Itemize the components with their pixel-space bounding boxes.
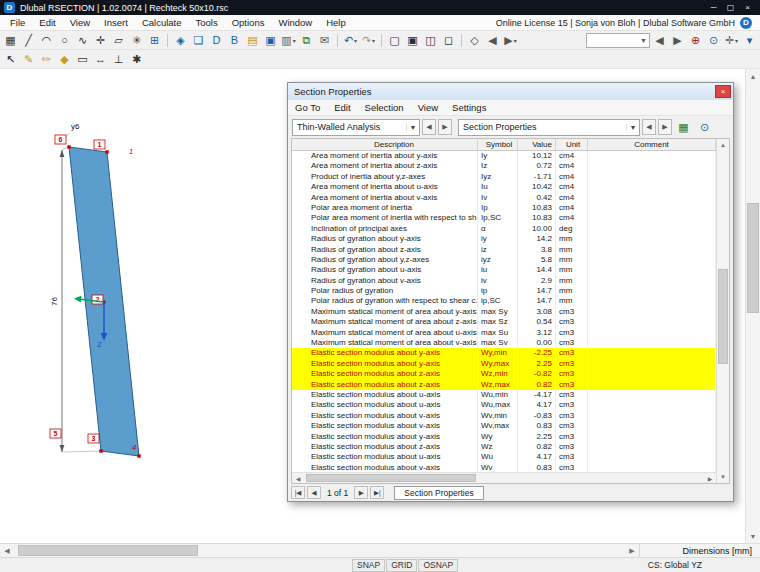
next-page-icon[interactable]: ▶	[354, 486, 368, 499]
axes-tool-icon[interactable]: ⊥	[110, 51, 127, 68]
table-row[interactable]: Elastic section modulus about v-axisWv,m…	[292, 421, 716, 431]
rsection-icon[interactable]: D	[208, 32, 225, 49]
isometric-view-icon[interactable]: ◇	[466, 32, 483, 49]
scroll-up-icon[interactable]: ▲	[746, 69, 760, 83]
table-row[interactable]: Area moment of inertia about z-axisIz0.7…	[292, 161, 716, 171]
node-marker[interactable]	[137, 454, 140, 457]
table-row[interactable]: Elastic section modulus about v-axisWv,m…	[292, 411, 716, 421]
print-icon[interactable]: ▥▾	[280, 32, 297, 49]
chevron-down-icon[interactable]: ▼	[406, 124, 419, 131]
table-row[interactable]: Maximum statical moment of area about y-…	[292, 307, 716, 317]
table-row[interactable]: Elastic section modulus about v-axisWv0.…	[292, 463, 716, 472]
node-marker[interactable]	[67, 145, 70, 148]
scrollbar-thumb[interactable]	[747, 203, 759, 313]
scroll-down-icon[interactable]: ▼	[746, 529, 760, 543]
line-style-icon[interactable]: ▭	[74, 51, 91, 68]
view-back-icon[interactable]: ◀	[484, 32, 501, 49]
panel-menu-view[interactable]: View	[411, 102, 445, 113]
scroll-right-icon[interactable]: ▶	[704, 475, 716, 482]
panel-close-icon[interactable]: ×	[715, 85, 731, 98]
table-row[interactable]: Area moment of inertia about v-axisIv0.4…	[292, 193, 716, 203]
table-row[interactable]: Inclination of principal axesα10.00deg	[292, 224, 716, 234]
arc-tool-icon[interactable]: ◠	[38, 32, 55, 49]
prev-analysis-icon[interactable]: ◀	[422, 119, 436, 135]
display-solid-icon[interactable]: ▣	[404, 32, 421, 49]
panel-menu-selection[interactable]: Selection	[358, 102, 411, 113]
menu-edit[interactable]: Edit	[32, 17, 62, 28]
panel-menu-edit[interactable]: Edit	[327, 102, 357, 113]
dimension-tool-icon[interactable]: ↔	[92, 51, 109, 68]
point-tool-icon[interactable]: ✛	[92, 32, 109, 49]
panel-menu-go-to[interactable]: Go To	[288, 102, 327, 113]
rfem-icon[interactable]: B	[226, 32, 243, 49]
table-row[interactable]: Radius of gyration about u-axisiu14.4mm	[292, 265, 716, 275]
table-row[interactable]: Polar radius of gyration with respect to…	[292, 296, 716, 306]
table-row[interactable]: Maximum statical moment of area about u-…	[292, 328, 716, 338]
zoom-area-icon[interactable]: ⊙	[705, 32, 722, 49]
table-row[interactable]: Radius of gyration about y,z-axesiyz5.8m…	[292, 255, 716, 265]
table-row[interactable]: Polar area moment of inertia with respec…	[292, 213, 716, 223]
table-row[interactable]: Elastic section modulus about y-axisWy2.…	[292, 432, 716, 442]
display-model-icon[interactable]: ▢	[386, 32, 403, 49]
new-file-icon[interactable]: ❏	[190, 32, 207, 49]
vertical-scrollbar[interactable]: ▲ ▼	[745, 69, 760, 543]
prev-table-icon[interactable]: ◀	[642, 119, 656, 135]
maximize-icon[interactable]: ▢	[722, 3, 739, 12]
table-row[interactable]: Radius of gyration about z-axisiz3.8mm	[292, 245, 716, 255]
copy-icon[interactable]: ⧉	[298, 32, 315, 49]
scroll-left-icon[interactable]: ◀	[0, 547, 14, 555]
element-tool-icon[interactable]: ▱	[110, 32, 127, 49]
menu-tools[interactable]: Tools	[188, 17, 224, 28]
save-icon[interactable]: ▣	[262, 32, 279, 49]
toggle-snap[interactable]: SNAP	[352, 559, 385, 572]
close-icon[interactable]: ×	[739, 3, 756, 12]
prev-selection-icon[interactable]: ◀	[651, 32, 668, 49]
panel-menu-settings[interactable]: Settings	[445, 102, 493, 113]
next-analysis-icon[interactable]: ▶	[438, 119, 452, 135]
format-brush-icon[interactable]: ✎	[20, 51, 37, 68]
menu-insert[interactable]: Insert	[97, 17, 135, 28]
table-row[interactable]: Product of inertia about y,z-axesIyz-1.7…	[292, 172, 716, 182]
panel-title-bar[interactable]: Section Properties ×	[288, 83, 733, 100]
fill-color-icon[interactable]: ◆	[56, 51, 73, 68]
first-page-icon[interactable]: |◀	[291, 486, 305, 499]
redo-icon[interactable]: ↷▾	[360, 32, 377, 49]
node-marker[interactable]	[105, 150, 108, 153]
undo-icon[interactable]: ↶▾	[342, 32, 359, 49]
scroll-up-icon[interactable]: ▲	[720, 139, 726, 151]
table-row[interactable]: Maximum statical moment of area about v-…	[292, 338, 716, 348]
next-selection-icon[interactable]: ▶	[669, 32, 686, 49]
menu-file[interactable]: File	[3, 17, 32, 28]
minimize-icon[interactable]: ─	[705, 3, 722, 12]
pan-icon[interactable]: ✛▾	[723, 32, 740, 49]
table-row[interactable]: Elastic section modulus about u-axisWu4.…	[292, 452, 716, 462]
open-icon[interactable]: ▤	[244, 32, 261, 49]
line-tool-icon[interactable]: ╱	[20, 32, 37, 49]
table-row[interactable]: Area moment of inertia about y-axisIy10.…	[292, 151, 716, 161]
navigator-icon[interactable]: ◈	[172, 32, 189, 49]
circle-tool-icon[interactable]: ○	[56, 32, 73, 49]
last-page-icon[interactable]: ▶|	[370, 486, 384, 499]
table-row[interactable]: Elastic section modulus about z-axisWz0.…	[292, 442, 716, 452]
select-arrow-icon[interactable]: ↖	[2, 51, 19, 68]
table-row-highlighted[interactable]: Elastic section modulus about y-axisWy,m…	[292, 359, 716, 369]
table-row[interactable]: Area moment of inertia about u-axisIu10.…	[292, 182, 716, 192]
horizontal-scrollbar[interactable]: ◀ ▶	[0, 544, 640, 557]
pencil-icon[interactable]: ✏	[38, 51, 55, 68]
table-settings-icon[interactable]: ▦	[674, 119, 693, 136]
table-row-highlighted[interactable]: Elastic section modulus about z-axisWz,m…	[292, 380, 716, 390]
menu-help[interactable]: Help	[319, 17, 353, 28]
mail-icon[interactable]: ✉	[316, 32, 333, 49]
column-header-comment[interactable]: Comment	[588, 139, 716, 150]
scrollbar-thumb[interactable]	[306, 474, 476, 482]
tables-icon[interactable]: ▦	[2, 32, 19, 49]
analysis-type-combo[interactable]: Thin-Walled Analysis ▼	[292, 119, 420, 136]
table-row[interactable]: Radius of gyration about y-axisiy14.2mm	[292, 234, 716, 244]
toggle-osnap[interactable]: OSNAP	[418, 559, 458, 572]
opening-tool-icon[interactable]: ✳	[128, 32, 145, 49]
table-row[interactable]: Radius of gyration about v-axisiv2.9mm	[292, 276, 716, 286]
node-marker[interactable]	[99, 449, 102, 452]
scrollbar-thumb[interactable]	[18, 545, 198, 556]
scroll-down-icon[interactable]: ▼	[720, 471, 726, 483]
menu-calculate[interactable]: Calculate	[135, 17, 189, 28]
